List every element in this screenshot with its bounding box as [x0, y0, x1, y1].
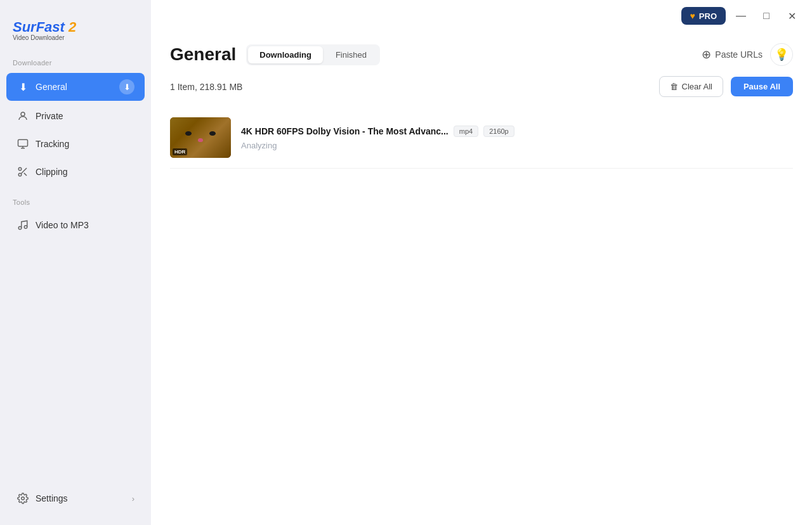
pro-button[interactable]: ♥ PRO: [681, 7, 726, 25]
pause-all-button[interactable]: Pause All: [731, 77, 793, 96]
sidebar: SurFast 2 Video Downloader Downloader ⬇ …: [0, 0, 151, 525]
sidebar-item-private[interactable]: Private: [6, 103, 145, 129]
table-row: HDR 4K HDR 60FPS Dolby Vision - The Most…: [170, 107, 793, 169]
tools-section-label: Tools: [0, 198, 151, 211]
svg-point-2: [18, 167, 22, 171]
download-icon: ⬇: [16, 81, 29, 93]
settings-label: Settings: [36, 493, 68, 503]
sidebar-bottom: Settings ›: [0, 484, 151, 512]
download-title-text: 4K HDR 60FPS Dolby Vision - The Most Adv…: [241, 126, 449, 136]
minimize-button[interactable]: —: [731, 6, 751, 26]
hdr-badge: HDR: [173, 148, 187, 155]
svg-point-0: [21, 112, 25, 116]
svg-point-7: [24, 226, 27, 229]
svg-point-6: [18, 226, 22, 230]
content-header: General Downloading Finished ⊕ Paste URL…: [151, 32, 812, 66]
sidebar-item-label: Private: [36, 111, 63, 121]
lightbulb-button[interactable]: 💡: [770, 43, 793, 66]
clear-all-button[interactable]: 🗑 Clear All: [659, 76, 723, 97]
chevron-right-icon: ›: [132, 494, 134, 503]
quality-badge: 2160p: [483, 126, 514, 137]
tracking-icon: [16, 138, 29, 150]
heart-icon: ♥: [690, 11, 695, 21]
private-icon: [16, 110, 29, 122]
tab-finished[interactable]: Finished: [324, 46, 378, 63]
svg-line-5: [24, 173, 27, 176]
app-name: SurFast 2: [13, 19, 138, 36]
sidebar-item-tracking[interactable]: Tracking: [6, 131, 145, 157]
settings-icon: [16, 492, 29, 505]
paste-urls-button[interactable]: ⊕ Paste URLs: [702, 48, 763, 62]
tabs-container: Downloading Finished: [246, 44, 380, 65]
cat-eye-left: [185, 131, 192, 136]
header-right: ⊕ Paste URLs 💡: [702, 43, 793, 66]
sidebar-item-general[interactable]: ⬇ General ⬇: [6, 73, 145, 101]
titlebar: ♥ PRO — □ ✕: [151, 0, 812, 32]
clear-all-label: Clear All: [682, 82, 712, 91]
svg-point-8: [22, 497, 25, 500]
bulb-icon: 💡: [775, 48, 789, 62]
pro-label: PRO: [699, 11, 717, 21]
sidebar-item-label: Tracking: [36, 139, 69, 149]
cat-nose: [198, 138, 203, 142]
svg-rect-1: [18, 139, 28, 146]
sidebar-item-video-to-mp3[interactable]: Video to MP3: [6, 212, 145, 238]
download-list: HDR 4K HDR 60FPS Dolby Vision - The Most…: [151, 107, 812, 525]
format-badge: mp4: [454, 126, 478, 137]
cat-eye-right: [209, 131, 216, 136]
maximize-button[interactable]: □: [756, 6, 776, 26]
trash-icon: 🗑: [670, 82, 678, 91]
tab-downloading[interactable]: Downloading: [248, 46, 323, 63]
download-title-row: 4K HDR 60FPS Dolby Vision - The Most Adv…: [241, 126, 793, 137]
sidebar-item-label: General: [36, 82, 67, 92]
sidebar-item-label: Video to MP3: [36, 220, 89, 230]
download-info: 4K HDR 60FPS Dolby Vision - The Most Adv…: [241, 126, 793, 150]
close-button[interactable]: ✕: [782, 6, 802, 26]
item-count: 1 Item, 218.91 MB: [170, 82, 652, 92]
music-icon: [16, 219, 29, 231]
toolbar: 1 Item, 218.91 MB 🗑 Clear All Pause All: [151, 66, 812, 107]
plus-circle-icon: ⊕: [702, 48, 711, 62]
sidebar-item-clipping[interactable]: Clipping: [6, 159, 145, 185]
app-logo: SurFast 2 Video Downloader: [0, 13, 151, 59]
downloader-section-label: Downloader: [0, 59, 151, 72]
settings-item[interactable]: Settings ›: [6, 486, 145, 511]
main-content: ♥ PRO — □ ✕ General Downloading Finished…: [151, 0, 812, 525]
paste-urls-label: Paste URLs: [715, 49, 763, 60]
download-status: Analyzing: [241, 141, 793, 150]
clipping-icon: [16, 165, 29, 178]
svg-point-3: [18, 173, 22, 176]
sidebar-item-label: Clipping: [36, 167, 68, 177]
add-download-icon[interactable]: ⬇: [119, 79, 134, 94]
video-thumbnail: HDR: [170, 117, 231, 158]
page-title: General: [170, 44, 236, 65]
